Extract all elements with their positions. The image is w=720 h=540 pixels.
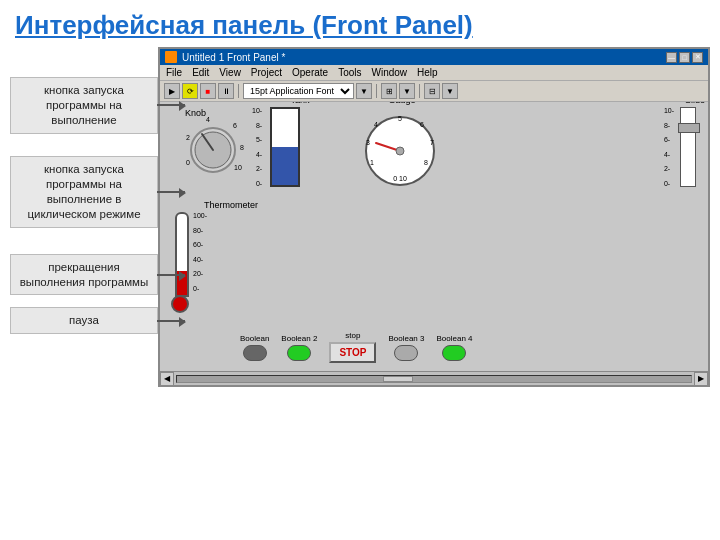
svg-text:8: 8: [240, 144, 244, 151]
tank-fill: [272, 147, 298, 185]
menu-view[interactable]: View: [219, 67, 241, 78]
svg-text:0: 0: [186, 159, 190, 166]
svg-text:0    10: 0 10: [393, 175, 407, 182]
svg-text:6: 6: [233, 122, 237, 129]
thermometer-container: Thermometer 100- 80- 60- 40- 20- 0-: [175, 212, 189, 313]
arrow-run-loop: [157, 191, 185, 193]
menu-tools[interactable]: Tools: [338, 67, 361, 78]
toolbar-btn-pause[interactable]: ⏸: [218, 83, 234, 99]
arrow-pause: [157, 320, 185, 322]
tank-scale: 10- 8- 5- 4- 2- 0-: [252, 107, 262, 187]
toolbar-btn-3[interactable]: ▼: [356, 83, 372, 99]
fp-canvas: Knob 4 6 2 8 0 10 Tank: [160, 102, 708, 371]
menu-edit[interactable]: Edit: [192, 67, 209, 78]
slide-label: Slide: [675, 102, 708, 105]
page-title: Интерфейсная панель (Front Panel): [0, 0, 720, 47]
slide-container: Slide 10- 8- 6- 4- 2- 0-: [680, 107, 696, 187]
bool1-container: Boolean: [240, 334, 269, 361]
label-pause: пауза: [10, 307, 158, 334]
slide-track[interactable]: [680, 107, 696, 187]
fp-title: Untitled 1 Front Panel *: [182, 52, 661, 63]
fp-titlebar-btns: — □ ✕: [666, 52, 703, 63]
knob-svg[interactable]: 4 6 2 8 0 10: [180, 110, 250, 185]
toolbar-btn-6[interactable]: ⊟: [424, 83, 440, 99]
scroll-left-btn[interactable]: ◀: [160, 372, 174, 386]
bool4-label: Boolean 4: [436, 334, 472, 343]
svg-text:8: 8: [424, 159, 428, 166]
maximize-button[interactable]: □: [679, 52, 690, 63]
bool2-led[interactable]: [287, 345, 311, 361]
bool2-label: Boolean 2: [281, 334, 317, 343]
slide-scale: 10- 8- 6- 4- 2- 0-: [664, 107, 674, 187]
bool4-led[interactable]: [442, 345, 466, 361]
menu-operate[interactable]: Operate: [292, 67, 328, 78]
gauge-svg[interactable]: 5 6 7 8 4 3 1 0 10: [360, 107, 440, 187]
toolbar-btn-2[interactable]: ⟳: [182, 83, 198, 99]
thermo-label: Thermometer: [191, 200, 271, 210]
toolbar-btn-7[interactable]: ▼: [442, 83, 458, 99]
knob-label: Knob: [185, 108, 206, 118]
svg-text:4: 4: [206, 116, 210, 123]
slide-thumb[interactable]: [678, 123, 700, 133]
bool3-container: Boolean 3: [388, 334, 424, 361]
toolbar-btn-stop[interactable]: ■: [200, 83, 216, 99]
label-run: кнопка запуска программы на выполнение: [10, 77, 158, 134]
svg-text:2: 2: [186, 134, 190, 141]
svg-text:7: 7: [430, 139, 434, 146]
label-stop: прекращения выполнения программы: [10, 254, 158, 296]
font-select[interactable]: 15pt Application Font: [243, 83, 354, 99]
menu-help[interactable]: Help: [417, 67, 438, 78]
front-panel-window: Untitled 1 Front Panel * — □ ✕ File Edit…: [158, 47, 710, 387]
menu-file[interactable]: File: [166, 67, 182, 78]
tank-visual[interactable]: [270, 107, 300, 187]
gauge-container: Gauge 5 6 7 8 4 3 1 0 10: [360, 107, 440, 191]
stop-container: stop STOP: [329, 331, 376, 363]
bool1-label: Boolean: [240, 334, 269, 343]
toolbar-sep-2: [376, 84, 377, 98]
svg-text:4: 4: [374, 121, 378, 128]
tank-label: Tank: [270, 102, 330, 105]
stop-label: stop: [345, 331, 360, 340]
thermo-tube[interactable]: [175, 212, 189, 297]
fp-icon: [165, 51, 177, 63]
scroll-thumb[interactable]: [383, 376, 413, 382]
toolbar-sep-3: [419, 84, 420, 98]
scroll-track[interactable]: [176, 375, 692, 383]
toolbar-sep-1: [238, 84, 239, 98]
menu-window[interactable]: Window: [371, 67, 407, 78]
knob-container: Knob 4 6 2 8 0 10: [180, 110, 250, 185]
stop-button[interactable]: STOP: [329, 342, 376, 363]
bool1-led[interactable]: [243, 345, 267, 361]
svg-point-19: [396, 147, 404, 155]
fp-titlebar: Untitled 1 Front Panel * — □ ✕: [160, 49, 708, 65]
toolbar-btn-5[interactable]: ▼: [399, 83, 415, 99]
booleans-row: Boolean Boolean 2 stop STOP Boolean 3: [240, 331, 473, 363]
svg-text:10: 10: [234, 164, 242, 171]
svg-text:3: 3: [366, 139, 370, 146]
bool4-container: Boolean 4: [436, 334, 472, 361]
fp-scrollbar: ◀ ▶: [160, 371, 708, 385]
thermo-bulb: [171, 295, 189, 313]
arrow-stop: [157, 274, 185, 276]
gauge-label: Gauge: [372, 102, 432, 105]
menu-project[interactable]: Project: [251, 67, 282, 78]
svg-text:1: 1: [370, 159, 374, 166]
label-run-loop: кнопка запуска программы на выполнение в…: [10, 156, 158, 228]
svg-text:5: 5: [398, 115, 402, 122]
fp-toolbar: ▶ ⟳ ■ ⏸ 15pt Application Font ▼ ⊞ ▼ ⊟ ▼: [160, 81, 708, 102]
svg-text:6: 6: [420, 121, 424, 128]
bool3-led[interactable]: [394, 345, 418, 361]
bool2-container: Boolean 2: [281, 334, 317, 361]
arrow-run: [157, 104, 185, 106]
labels-panel: кнопка запуска программы на выполнение к…: [10, 47, 158, 387]
scroll-right-btn[interactable]: ▶: [694, 372, 708, 386]
toolbar-btn-4[interactable]: ⊞: [381, 83, 397, 99]
fp-menubar: File Edit View Project Operate Tools Win…: [160, 65, 708, 81]
tank-container: Tank 10- 8- 5- 4- 2- 0-: [270, 107, 300, 187]
bool3-label: Boolean 3: [388, 334, 424, 343]
thermo-scale: 100- 80- 60- 40- 20- 0-: [193, 212, 207, 292]
main-area: кнопка запуска программы на выполнение к…: [0, 47, 720, 387]
toolbar-btn-1[interactable]: ▶: [164, 83, 180, 99]
minimize-button[interactable]: —: [666, 52, 677, 63]
close-button[interactable]: ✕: [692, 52, 703, 63]
